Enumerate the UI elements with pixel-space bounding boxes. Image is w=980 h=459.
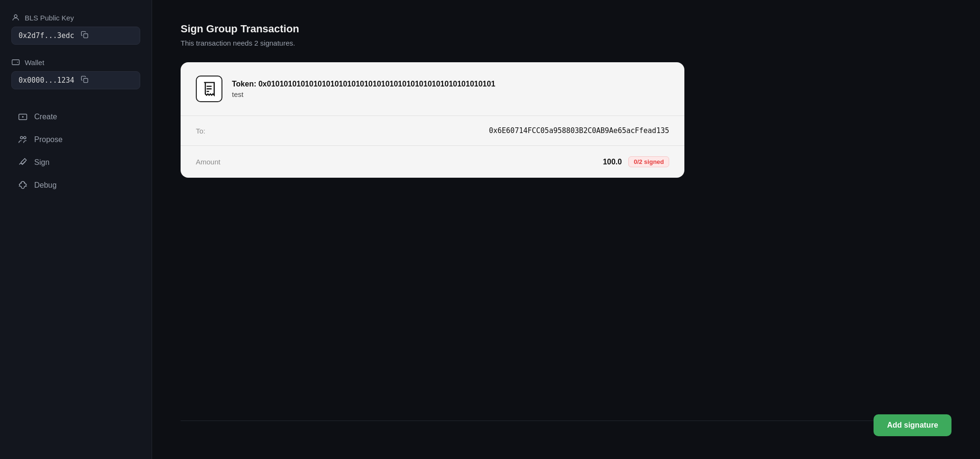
transaction-card: Token: 0x0101010101010101010101010101010… xyxy=(181,62,684,178)
tx-amount-label: Amount xyxy=(196,158,221,166)
bls-section: BLS Public Key 0x2d7f...3edc xyxy=(11,13,140,45)
receipt-icon xyxy=(202,81,217,96)
tx-to-value: 0x6E60714FCC05a958803B2C0AB9Ae65acFfead1… xyxy=(489,126,669,135)
sidebar-item-propose[interactable]: Propose xyxy=(11,129,140,150)
add-signature-button[interactable]: Add signature xyxy=(874,414,951,436)
main-divider xyxy=(181,421,951,421)
svg-rect-1 xyxy=(84,34,88,38)
propose-icon xyxy=(18,135,28,144)
svg-point-5 xyxy=(20,136,23,139)
svg-rect-3 xyxy=(84,78,88,83)
wallet-label: Wallet xyxy=(11,58,140,67)
tx-card-header: Token: 0x0101010101010101010101010101010… xyxy=(181,62,684,116)
sidebar-item-debug[interactable]: Debug xyxy=(11,175,140,196)
tx-to-row: To: 0x6E60714FCC05a958803B2C0AB9Ae65acFf… xyxy=(181,116,684,146)
main-content: Sign Group Transaction This transaction … xyxy=(152,0,980,459)
tx-to-label: To: xyxy=(196,127,205,135)
sidebar-item-sign[interactable]: Sign xyxy=(11,152,140,173)
tx-name: test xyxy=(232,90,495,98)
sidebar-nav: Create Propose Sign xyxy=(11,106,140,196)
debug-icon xyxy=(18,181,28,190)
tx-token: Token: 0x0101010101010101010101010101010… xyxy=(232,80,495,88)
tx-amount-value-group: 100.0 0/2 signed xyxy=(603,156,669,167)
wallet-copy-icon[interactable] xyxy=(81,76,88,85)
signed-badge: 0/2 signed xyxy=(628,156,669,167)
tx-amount-row: Amount 100.0 0/2 signed xyxy=(181,146,684,178)
svg-point-0 xyxy=(14,15,17,18)
bls-key-box[interactable]: 0x2d7f...3edc xyxy=(11,27,140,45)
svg-point-6 xyxy=(24,136,26,139)
tx-icon-box xyxy=(196,76,222,102)
wallet-address-box[interactable]: 0x0000...1234 xyxy=(11,71,140,89)
wallet-label-icon xyxy=(11,58,20,67)
tx-card-info: Token: 0x0101010101010101010101010101010… xyxy=(232,80,495,98)
page-subtitle: This transaction needs 2 signatures. xyxy=(181,39,951,47)
bls-copy-icon[interactable] xyxy=(81,31,88,40)
tx-amount-value: 100.0 xyxy=(603,158,622,166)
sidebar: BLS Public Key 0x2d7f...3edc Wallet 0x00… xyxy=(0,0,152,459)
svg-rect-2 xyxy=(12,60,19,65)
page-title: Sign Group Transaction xyxy=(181,23,951,35)
sign-icon xyxy=(18,158,28,167)
user-icon xyxy=(11,13,20,22)
sidebar-item-create[interactable]: Create xyxy=(11,106,140,127)
create-icon xyxy=(18,112,28,122)
bls-label: BLS Public Key xyxy=(11,13,140,22)
wallet-section: Wallet 0x0000...1234 xyxy=(11,58,140,89)
